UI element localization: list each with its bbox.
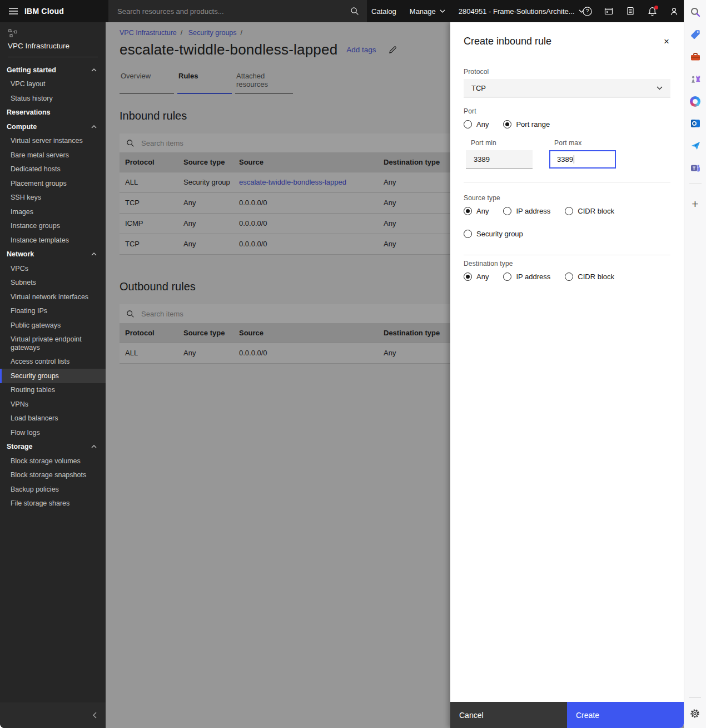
sidebar-collapse-button[interactable] <box>0 702 106 728</box>
radio-option[interactable]: IP address <box>503 207 550 215</box>
sidebar-item[interactable]: Instance templates <box>0 233 106 247</box>
sidebar-item[interactable]: Placement groups <box>0 176 106 191</box>
vpc-infrastructure-icon <box>8 28 18 38</box>
notifications-icon[interactable] <box>647 6 658 17</box>
account-selector[interactable]: 2804951 - Frame-SolutionsArchite... <box>459 7 584 16</box>
sidebar-item[interactable]: Backup policies <box>0 482 106 497</box>
sidebar-item[interactable]: Block storage snapshots <box>0 468 106 483</box>
sidebar-item[interactable]: VPC layout <box>0 77 106 92</box>
sidebar-item[interactable]: File storage shares <box>0 497 106 511</box>
sidebar-item[interactable]: Floating IPs <box>0 304 106 319</box>
radio-option[interactable]: Security group <box>464 230 523 238</box>
sidebar-item[interactable]: Virtual network interfaces <box>0 290 106 304</box>
sidebar-item-label: Getting started <box>7 66 56 75</box>
radio-option[interactable]: CIDR block <box>565 273 614 281</box>
protocol-label: Protocol <box>464 68 670 76</box>
svg-text:?: ? <box>585 8 589 14</box>
radio-label: CIDR block <box>578 273 614 281</box>
browser-sidebar-bottom <box>684 693 705 725</box>
radio-label: IP address <box>516 273 550 281</box>
brand-logo[interactable]: IBM Cloud <box>24 7 64 16</box>
sidebar-item[interactable]: Flow logs <box>0 425 106 440</box>
sidebar-item[interactable]: Reservations <box>0 106 106 120</box>
hamburger-menu-icon[interactable] <box>0 0 27 22</box>
create-button[interactable]: Create <box>567 702 684 728</box>
chevron-up-icon <box>91 445 97 448</box>
header-icon-group: ? <box>581 0 679 22</box>
sidebar-item[interactable]: Network <box>0 247 106 262</box>
sidebar-item[interactable]: Getting started <box>0 63 106 77</box>
shopping-tag-icon[interactable] <box>685 23 706 46</box>
notification-badge <box>654 6 658 9</box>
radio-option[interactable]: IP address <box>503 273 550 281</box>
sidebar-item-label: Images <box>11 208 33 216</box>
sidebar-item[interactable]: Access control lists <box>0 355 106 369</box>
sidebar-item[interactable]: Status history <box>0 91 106 106</box>
section-divider <box>464 182 670 182</box>
sidebar-item[interactable]: Virtual private endpoint gateways <box>0 333 106 355</box>
sidebar-divider <box>689 184 702 184</box>
radio-option[interactable]: CIDR block <box>565 207 614 215</box>
outlook-icon[interactable] <box>685 112 706 135</box>
sidebar-item-label: Virtual network interfaces <box>11 293 88 301</box>
sidebar-item[interactable]: Images <box>0 205 106 219</box>
manage-menu[interactable]: Manage <box>410 7 445 16</box>
sidebar-item[interactable]: Load balancers <box>0 412 106 426</box>
catalog-link[interactable]: Catalog <box>371 7 396 16</box>
sidebar-item-label: Status history <box>11 95 53 103</box>
teams-icon[interactable] <box>685 157 706 179</box>
sidebar-item[interactable]: Public gateways <box>0 318 106 333</box>
radio-icon <box>464 207 472 215</box>
search-icon[interactable] <box>685 1 706 23</box>
sidebar-item[interactable]: Block storage volumes <box>0 454 106 468</box>
panel-header: Create inbound rule × <box>450 22 684 47</box>
sidebar-item-label: Subnets <box>11 279 36 287</box>
paper-plane-icon[interactable] <box>685 135 706 157</box>
sidebar-item[interactable]: Storage <box>0 440 106 454</box>
sidebar-item[interactable]: Bare metal servers <box>0 148 106 162</box>
radio-option[interactable]: Port range <box>503 120 550 128</box>
sidebar-item-label: Access control lists <box>11 358 69 366</box>
header-search-input[interactable] <box>116 7 350 16</box>
sidebar-item[interactable]: Subnets <box>0 276 106 290</box>
games-icon[interactable] <box>685 68 706 90</box>
sidebar-item-label: Bare metal servers <box>11 151 69 160</box>
close-icon[interactable]: × <box>660 36 673 47</box>
sidebar-item[interactable]: SSH keys <box>0 191 106 205</box>
sidebar-item[interactable]: Instance groups <box>0 219 106 234</box>
toolbox-icon[interactable] <box>685 46 706 68</box>
add-icon[interactable]: + <box>685 193 706 215</box>
search-icon[interactable] <box>350 7 359 16</box>
sidebar-item-label: Network <box>7 250 34 259</box>
radio-icon <box>565 273 573 281</box>
top-header: IBM Cloud Catalog Manage 2804951 - Frame… <box>0 0 684 22</box>
destination-type-label: Destination type <box>464 260 670 268</box>
settings-gear-icon[interactable] <box>684 702 705 725</box>
sidebar-item-label: Dedicated hosts <box>11 165 61 174</box>
protocol-dropdown[interactable]: TCP <box>464 79 670 97</box>
sidebar-item[interactable]: VPCs <box>0 261 106 276</box>
docs-icon[interactable] <box>625 6 636 17</box>
port-max-value: 3389 <box>557 155 573 164</box>
port-max-input[interactable]: 3389 <box>549 150 616 169</box>
header-nav: Catalog Manage 2804951 - Frame-Solutions… <box>371 0 584 22</box>
cancel-button[interactable]: Cancel <box>450 702 567 728</box>
sidebar-item[interactable]: Security groups <box>0 369 106 383</box>
sidebar-item[interactable]: Routing tables <box>0 383 106 398</box>
help-icon[interactable]: ? <box>581 6 593 17</box>
radio-option[interactable]: Any <box>464 207 489 215</box>
sidebar-item-label: Block storage volumes <box>11 457 81 465</box>
sidebar-item[interactable]: VPNs <box>0 397 106 412</box>
port-min-field: Port min <box>466 139 533 169</box>
sidebar-item[interactable]: Compute <box>0 120 106 134</box>
browser-sidebar: + <box>684 0 706 728</box>
sidebar-item[interactable]: Dedicated hosts <box>0 162 106 177</box>
microsoft-365-icon[interactable] <box>685 90 706 112</box>
radio-option[interactable]: Any <box>464 273 489 281</box>
sidebar-item[interactable]: Virtual server instances <box>0 134 106 148</box>
source-type-radio-group: Any IP address CIDR block Security group <box>464 207 670 238</box>
radio-option[interactable]: Any <box>464 120 489 128</box>
port-min-input[interactable] <box>466 150 533 169</box>
cloud-shell-icon[interactable] <box>603 6 614 17</box>
user-avatar-icon[interactable] <box>668 6 679 17</box>
